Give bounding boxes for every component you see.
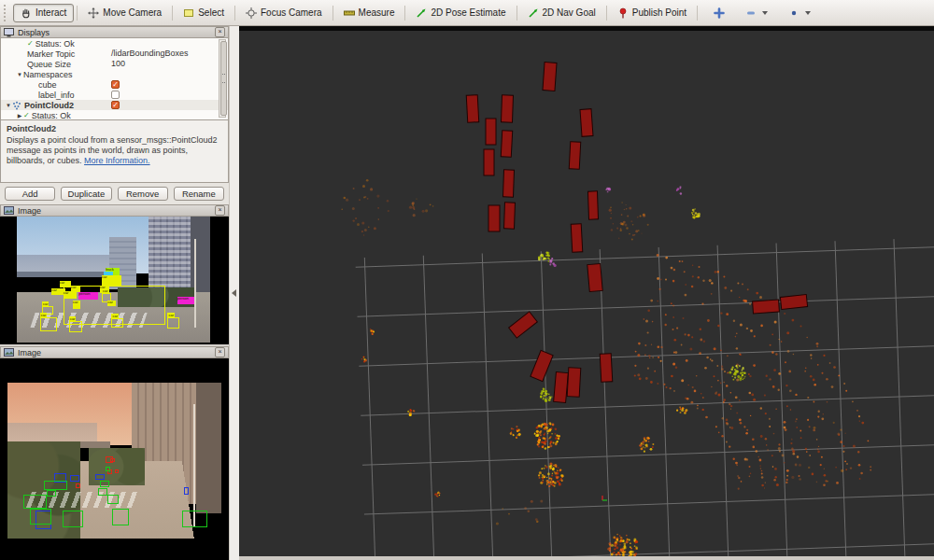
caret-down-icon[interactable]	[805, 11, 811, 15]
lidar-bounding-box	[501, 95, 513, 122]
displays-close-icon[interactable]: ×	[215, 27, 225, 37]
camera-image-1: backcarcarcarcarcarpersoncarcarcarcarcar…	[17, 217, 210, 343]
tree-row-pointcloud2[interactable]: ▼PointCloud2✓	[1, 100, 228, 110]
detection-box	[107, 495, 119, 504]
tool-measure[interactable]: Measure	[336, 4, 403, 22]
tree-scrollbar[interactable]	[219, 39, 226, 118]
checkbox-checked[interactable]: ✓	[111, 101, 120, 109]
tree-value[interactable]: /lidarBoundingBoxes	[111, 49, 189, 59]
tree-row-status-ok[interactable]: ✓Status: Ok	[1, 38, 228, 49]
display-buttons-row: Add Duplicate Remove Rename	[0, 183, 229, 204]
detection-label: car	[167, 313, 175, 317]
detection-box	[184, 487, 189, 495]
image1-panel-header[interactable]: Image ×	[0, 204, 229, 217]
hand-icon	[21, 7, 32, 19]
detection-box: car	[167, 317, 178, 329]
tree-row-status-ok[interactable]: ▶✓Status: Ok	[1, 110, 228, 119]
lidar-bounding-box	[504, 203, 516, 229]
panel-splitter[interactable]	[229, 26, 239, 560]
detection-label: car	[40, 313, 48, 317]
remove-button[interactable]: Remove	[118, 187, 168, 201]
detection-box: car	[73, 301, 80, 308]
plus-icon	[714, 7, 725, 19]
checkbox-unchecked[interactable]	[111, 91, 120, 99]
toolbar: InteractMove CameraSelectFocus CameraMea…	[0, 0, 934, 26]
caret-down-icon[interactable]	[762, 11, 768, 15]
green-arrow-icon	[416, 7, 427, 19]
render-3d-view[interactable]	[239, 26, 934, 560]
tree-row-namespaces[interactable]: ▼Namespaces	[1, 69, 228, 79]
toolbar-tools: InteractMove CameraSelectFocus CameraMea…	[13, 4, 694, 22]
detection-box	[112, 509, 129, 525]
add-button[interactable]: Add	[5, 187, 55, 201]
tool-properties-button[interactable]	[781, 4, 818, 22]
toolbar-separator	[77, 6, 78, 21]
detection-box	[70, 475, 79, 482]
detection-label: car	[72, 300, 79, 304]
tree-row-marker-topic[interactable]: Marker Topic/lidarBoundingBoxes	[1, 49, 228, 59]
status-ok-icon: ✓	[23, 111, 30, 119]
toolbar-separator	[234, 6, 235, 21]
lidar-bounding-box	[780, 295, 807, 310]
detection-label: car	[59, 280, 66, 285]
lidar-bounding-box	[587, 263, 602, 291]
toolbar-separator	[517, 6, 517, 21]
detection-box	[100, 481, 109, 487]
detection-label: person	[177, 296, 190, 301]
tool-label: Publish Point	[632, 7, 686, 18]
add-tool-button[interactable]	[706, 4, 732, 22]
pin-icon	[617, 7, 629, 19]
detection-box	[115, 469, 119, 473]
tree-label: PointCloud2	[24, 101, 74, 110]
checkbox-checked[interactable]: ✓	[111, 80, 120, 89]
tool-select[interactable]: Select	[176, 4, 232, 22]
move-icon	[88, 7, 99, 19]
image2-close-icon[interactable]: ×	[215, 347, 225, 357]
rename-button[interactable]: Rename	[174, 187, 224, 201]
image2-panel-header[interactable]: Image ×	[0, 346, 229, 358]
detection-box: person	[78, 292, 98, 300]
tree-row-queue-size[interactable]: Queue Size100	[1, 59, 228, 69]
detection-box	[98, 488, 107, 496]
toolbar-separator	[606, 6, 607, 21]
tool-pose-estimate[interactable]: 2D Pose Estimate	[408, 4, 513, 22]
tree-value[interactable]: 100	[111, 59, 125, 69]
tree-label: Status: Ok	[35, 39, 75, 49]
toolbar-separator	[404, 6, 405, 21]
lidar-bounding-box	[571, 224, 583, 253]
lidar-bounding-box	[554, 371, 569, 402]
lidar-bounding-box	[466, 95, 479, 123]
green-arrow-icon	[528, 7, 539, 19]
detection-label: car	[102, 288, 109, 293]
photo2-building-side	[196, 383, 221, 513]
tool-interact[interactable]: Interact	[13, 4, 74, 22]
displays-icon	[4, 27, 14, 37]
displays-tree[interactable]: ✓Status: OkMarker Topic/lidarBoundingBox…	[0, 38, 229, 119]
detection-box: person	[177, 297, 195, 304]
tool-move-camera[interactable]: Move Camera	[80, 4, 169, 22]
detection-box	[47, 490, 56, 497]
tool-label: Interact	[35, 7, 66, 18]
displays-panel-header[interactable]: Displays ×	[0, 26, 229, 38]
tree-row-label-info[interactable]: label_info	[1, 90, 228, 100]
remove-tool-button[interactable]	[738, 4, 775, 22]
more-information-link[interactable]: More Information.	[84, 156, 150, 165]
duplicate-button[interactable]: Duplicate	[61, 187, 111, 201]
chevron-right-icon: ▶	[16, 112, 23, 119]
tool-focus-camera[interactable]: Focus Camera	[238, 4, 330, 22]
detection-box	[76, 483, 80, 488]
detection-box	[44, 481, 67, 490]
detection-box	[110, 458, 115, 462]
tree-row-cube[interactable]: cube✓	[1, 79, 228, 90]
tool-label: Move Camera	[103, 7, 162, 18]
detection-box	[95, 474, 105, 480]
tool-nav-goal[interactable]: 2D Nav Goal	[520, 4, 603, 22]
image1-close-icon[interactable]: ×	[215, 205, 225, 216]
tool-publish-point[interactable]: Publish Point	[610, 4, 694, 22]
tool-label: 2D Nav Goal	[543, 7, 596, 18]
detection-box: car	[111, 318, 122, 327]
toolbar-grip[interactable]	[4, 5, 9, 21]
photo2-median-trees	[89, 448, 145, 485]
collapse-arrow-icon[interactable]	[232, 289, 236, 297]
viewport-bottom-edge	[239, 556, 934, 560]
